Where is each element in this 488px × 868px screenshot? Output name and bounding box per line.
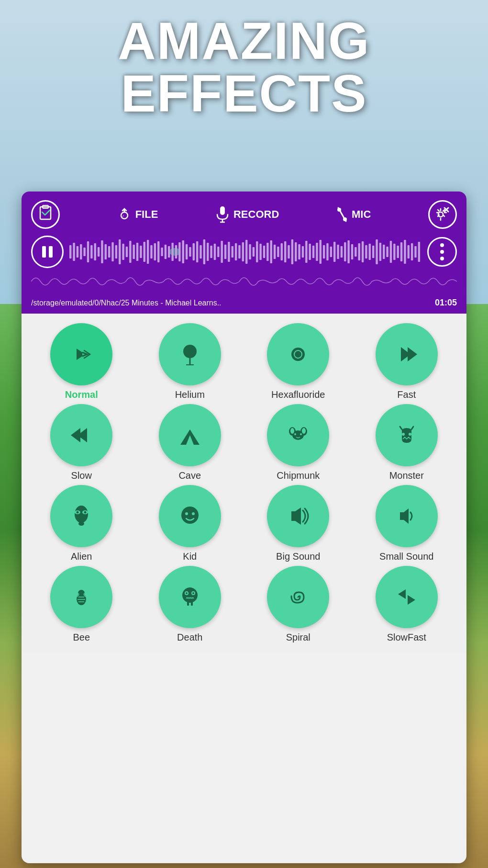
svg-rect-51 [193,243,195,260]
player-header: ♪ FILE RECORD MIC [22,192,466,314]
svg-rect-98 [358,243,360,260]
svg-point-160 [192,592,194,594]
effect-circle-death[interactable] [159,566,221,628]
effect-label-alien: Alien [71,551,92,562]
svg-point-135 [294,433,296,435]
effects-grid: Normal Helium Hexafluoride [22,314,466,653]
effect-monster[interactable]: Monster [355,404,459,481]
effect-alien[interactable]: Alien [29,485,134,562]
svg-rect-112 [408,245,410,259]
svg-rect-37 [147,240,149,264]
svg-rect-110 [400,242,402,261]
effect-kid[interactable]: Kid [138,485,243,562]
svg-rect-75 [277,247,279,257]
svg-rect-31 [126,247,128,257]
effect-circle-alien[interactable] [50,485,112,547]
effect-circle-helium[interactable] [159,323,221,385]
svg-rect-84 [309,244,311,260]
svg-rect-30 [122,244,124,260]
svg-rect-57 [214,244,216,260]
effect-bee[interactable]: Bee [29,566,134,643]
svg-rect-40 [157,241,159,262]
effect-fast[interactable]: Fast [355,323,459,400]
effect-circle-fast[interactable] [376,323,438,385]
settings-button[interactable] [428,200,457,229]
file-path-text: /storage/emulated/0/Nhac/25 Minutes - Mi… [31,299,222,307]
svg-rect-108 [393,244,395,260]
svg-rect-16 [73,243,75,261]
svg-marker-127 [71,428,80,442]
svg-marker-163 [398,589,406,599]
effect-hexafluoride[interactable]: Hexafluoride [246,323,351,400]
svg-point-147 [185,512,188,515]
effect-circle-normal[interactable] [50,323,112,385]
effect-slow[interactable]: Slow [29,404,134,481]
effect-label-hexafluoride: Hexafluoride [271,389,325,400]
effect-spiral[interactable]: Spiral [246,566,351,643]
waveform-row [31,236,457,268]
svg-rect-101 [369,244,371,260]
effect-death[interactable]: Death [138,566,243,643]
svg-point-133 [290,428,294,434]
svg-rect-92 [337,245,339,259]
svg-rect-45 [171,243,173,261]
effect-circle-big-sound[interactable] [267,485,329,547]
svg-rect-109 [397,246,399,258]
effect-circle-cave[interactable] [159,404,221,466]
svg-rect-114 [414,246,416,258]
effect-label-normal: Normal [65,389,98,400]
svg-rect-26 [108,246,110,258]
effect-circle-monster[interactable] [376,404,438,466]
svg-point-148 [192,512,195,515]
waveform-display[interactable] [69,236,421,268]
svg-rect-35 [140,246,142,258]
svg-rect-28 [115,245,117,259]
svg-rect-27 [111,242,113,261]
effect-circle-hexafluoride[interactable] [267,323,329,385]
more-options-button[interactable] [427,237,457,267]
effect-helium[interactable]: Helium [138,323,243,400]
effect-circle-slow[interactable] [50,404,112,466]
effect-circle-kid[interactable] [159,485,221,547]
effect-circle-chipmunk[interactable] [267,404,329,466]
effect-chipmunk[interactable]: Chipmunk [246,404,351,481]
svg-rect-59 [221,241,222,263]
record-button[interactable]: RECORD [215,206,279,223]
file-path-row: /storage/emulated/0/Nhac/25 Minutes - Mi… [31,295,457,314]
mic-button[interactable]: MIC [336,206,371,223]
svg-point-9 [343,217,347,221]
effect-normal[interactable]: Normal [29,323,134,400]
svg-point-117 [440,250,444,254]
svg-rect-66 [245,240,247,264]
play-pause-button[interactable] [31,236,64,268]
svg-rect-102 [372,246,374,258]
file-button[interactable]: ♪ FILE [117,207,158,222]
effect-circle-small-sound[interactable] [376,485,438,547]
effect-label-slowfast: SlowFast [387,632,426,643]
effect-label-monster: Monster [389,470,424,481]
title-section: AMAZING EFFECTS [0,14,488,120]
svg-rect-161 [187,602,189,606]
svg-rect-103 [376,239,377,264]
svg-rect-95 [347,240,349,263]
svg-rect-53 [200,245,201,259]
effect-circle-slowfast[interactable] [376,566,438,628]
svg-rect-77 [284,241,286,262]
effect-circle-bee[interactable] [50,566,112,628]
svg-rect-32 [129,241,131,263]
effect-slowfast[interactable]: SlowFast [355,566,459,643]
svg-rect-96 [351,244,353,259]
effect-label-fast: Fast [397,389,416,400]
svg-rect-60 [224,245,226,259]
svg-rect-72 [266,243,268,261]
svg-point-142 [77,511,79,514]
svg-rect-93 [341,246,343,258]
effect-big-sound[interactable]: Big Sound [246,485,351,562]
svg-point-8 [337,208,341,212]
effect-circle-spiral[interactable] [267,566,329,628]
svg-point-150 [78,590,85,597]
effect-cave[interactable]: Cave [138,404,243,481]
clipboard-button[interactable] [31,200,60,229]
effect-small-sound[interactable]: Small Sound [355,485,459,562]
svg-rect-68 [253,247,255,257]
